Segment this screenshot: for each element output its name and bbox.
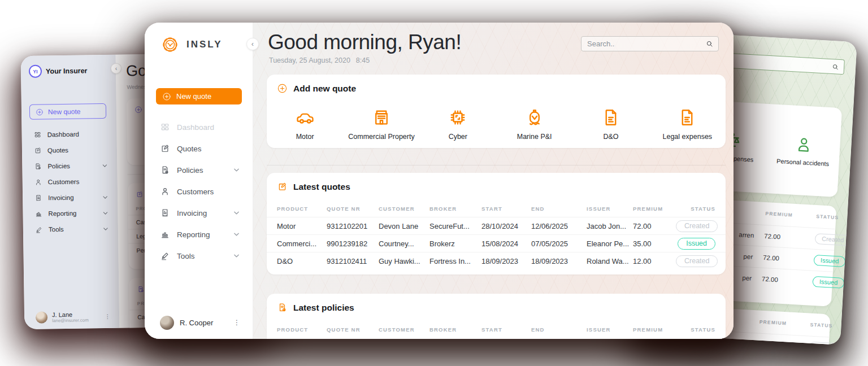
chevron-down-icon bbox=[234, 233, 239, 236]
tools-icon bbox=[160, 251, 170, 261]
status-badge: Issued bbox=[678, 238, 715, 250]
sidebar-item-dashboard[interactable]: Dashboard bbox=[145, 116, 253, 138]
table-row[interactable]: D&O 9312102411 Guy Hawki... Fortress In.… bbox=[267, 252, 726, 269]
status-badge: Created bbox=[676, 220, 718, 232]
user-profile[interactable]: J. Lane lane@insurer.com ⋮ bbox=[24, 311, 119, 324]
table-row[interactable]: Motor 9312102201 Devon Lane SecureFut...… bbox=[267, 217, 726, 234]
column-status: STATUS bbox=[810, 322, 832, 329]
card-title: Latest quotes bbox=[267, 173, 726, 192]
add-new-quote-card: Add new quote Motor Commercial Property … bbox=[267, 75, 726, 148]
reporting-icon bbox=[160, 229, 170, 239]
dashboard-icon bbox=[160, 122, 170, 132]
tools-icon bbox=[35, 226, 43, 234]
sidebar-item-reporting[interactable]: Reporting bbox=[145, 224, 253, 245]
yi-logo-icon: YI bbox=[29, 65, 42, 78]
search-input[interactable] bbox=[587, 40, 705, 48]
date-subtitle: Tuesday, 25 August, 2020 8:45 bbox=[269, 56, 370, 64]
new-quote-button[interactable]: New quote bbox=[29, 103, 106, 120]
document-icon bbox=[675, 107, 699, 128]
table-header-row: PRODUCT QUOTE NR CUSTOMER BROKER START E… bbox=[267, 200, 726, 217]
sidebar-item-policies[interactable]: Policies bbox=[22, 158, 117, 175]
document-icon bbox=[599, 107, 623, 128]
sidebar-item-reporting[interactable]: Reporting bbox=[23, 205, 118, 222]
reporting-icon bbox=[34, 210, 42, 218]
customers-icon bbox=[160, 186, 170, 197]
insly-logo: INSLY bbox=[159, 34, 223, 55]
chevron-down-icon bbox=[234, 211, 239, 215]
search-icon bbox=[705, 40, 714, 48]
product-tile-motor[interactable]: Motor bbox=[267, 99, 343, 148]
plus-circle-icon bbox=[36, 108, 44, 116]
brand-name: Your Insurer bbox=[46, 67, 88, 75]
divider bbox=[267, 165, 726, 165]
policies-icon bbox=[34, 163, 42, 171]
policies-icon bbox=[160, 165, 170, 175]
sidebar-item-policies[interactable]: Policies bbox=[145, 159, 253, 181]
sidebar-item-quotes[interactable]: Quotes bbox=[145, 138, 253, 159]
quotes-icon bbox=[34, 147, 42, 155]
search-icon bbox=[831, 63, 840, 71]
sidebar-item-customers[interactable]: Customers bbox=[145, 181, 253, 202]
latest-quotes-card: Latest quotes PRODUCT QUOTE NR CUSTOMER … bbox=[267, 173, 726, 274]
product-tile-do[interactable]: D&O bbox=[572, 99, 649, 148]
status-badge: Issued bbox=[814, 255, 846, 267]
sidebar-item-quotes[interactable]: Quotes bbox=[22, 142, 117, 159]
chevron-down-icon bbox=[234, 254, 239, 258]
new-quote-button[interactable]: New quote bbox=[156, 88, 242, 104]
plus-circle-icon bbox=[162, 92, 171, 101]
insly-logo-icon bbox=[159, 34, 181, 55]
product-tile-cyber[interactable]: Cyber bbox=[420, 99, 496, 148]
invoicing-icon bbox=[160, 208, 170, 218]
product-tile-legal-expenses[interactable]: Legal expenses bbox=[649, 99, 726, 148]
product-tile-personal-accidents[interactable]: Personal accidents bbox=[775, 134, 831, 167]
sidebar-item-invoicing[interactable]: Invoicing bbox=[23, 189, 118, 206]
date-text: Tuesday, 25 August, 2020 bbox=[269, 56, 350, 64]
plus-circle-icon bbox=[134, 106, 142, 114]
column-premium: PREMIUM bbox=[765, 211, 816, 219]
sidebar-item-tools[interactable]: Tools bbox=[23, 221, 118, 238]
your-insurer-logo: YI Your Insurer bbox=[29, 64, 88, 77]
quotes-icon bbox=[277, 181, 288, 192]
sidebar-collapse-button[interactable]: ‹ bbox=[246, 38, 259, 50]
time-text: 8:45 bbox=[356, 56, 370, 64]
left-sidebar: YI Your Insurer ‹ New quote Dashboard Qu… bbox=[21, 55, 120, 329]
insly-window: INSLY ‹ New quote Dashboard Quotes Polic… bbox=[145, 23, 734, 339]
avatar bbox=[36, 311, 47, 323]
kebab-menu-icon[interactable]: ⋮ bbox=[105, 313, 110, 320]
kebab-menu-icon[interactable]: ⋮ bbox=[233, 319, 240, 326]
sidebar-item-tools[interactable]: Tools bbox=[145, 245, 253, 267]
avatar bbox=[160, 316, 174, 330]
brand-wordmark: INSLY bbox=[186, 39, 223, 50]
quotes-icon bbox=[136, 190, 144, 198]
sidebar-item-dashboard[interactable]: Dashboard bbox=[21, 126, 116, 143]
latest-policies-card: Latest policies PRODUCT QUOTE NR CUSTOME… bbox=[267, 294, 726, 339]
chip-icon bbox=[446, 107, 470, 128]
latest-quotes-table: PRODUCT QUOTE NR CUSTOMER BROKER START E… bbox=[267, 200, 726, 269]
sidebar-item-customers[interactable]: Customers bbox=[23, 173, 118, 190]
table-header-row: PRODUCT QUOTE NR CUSTOMER BROKER START E… bbox=[267, 321, 726, 338]
plus-circle-icon bbox=[277, 83, 288, 94]
insly-sidebar: INSLY ‹ New quote Dashboard Quotes Polic… bbox=[145, 23, 253, 339]
user-profile[interactable]: R. Cooper ⋮ bbox=[145, 311, 253, 339]
table-row[interactable]: Commerci... 9901239182 Courtney... Broke… bbox=[267, 234, 726, 252]
car-icon bbox=[293, 107, 317, 128]
insly-main-content: Good morning, Ryan! Tuesday, 25 August, … bbox=[253, 23, 734, 339]
greeting-title: Good morning, Ryan! bbox=[268, 30, 461, 54]
column-premium: PREMIUM bbox=[760, 319, 810, 328]
chevron-down-icon bbox=[103, 195, 107, 198]
search-box[interactable] bbox=[581, 36, 719, 51]
building-icon bbox=[370, 107, 393, 128]
chevron-down-icon bbox=[103, 211, 108, 214]
status-badge: Created bbox=[815, 233, 851, 246]
sidebar-item-invoicing[interactable]: Invoicing bbox=[145, 202, 253, 224]
product-tile-marine[interactable]: Marine P&I bbox=[496, 99, 572, 148]
chevron-down-icon bbox=[103, 227, 108, 230]
sidebar-menu: Dashboard Quotes Policies Customers bbox=[145, 116, 253, 267]
policies-icon bbox=[277, 302, 288, 313]
dashboard-icon bbox=[33, 131, 41, 139]
left-sidebar-menu: Dashboard Quotes Policies Customers bbox=[21, 126, 118, 238]
customers-icon bbox=[34, 178, 42, 186]
invoicing-icon bbox=[34, 194, 42, 202]
products-row: Motor Commercial Property Cyber Marine P… bbox=[267, 99, 726, 148]
product-tile-commercial-property[interactable]: Commercial Property bbox=[343, 99, 419, 148]
